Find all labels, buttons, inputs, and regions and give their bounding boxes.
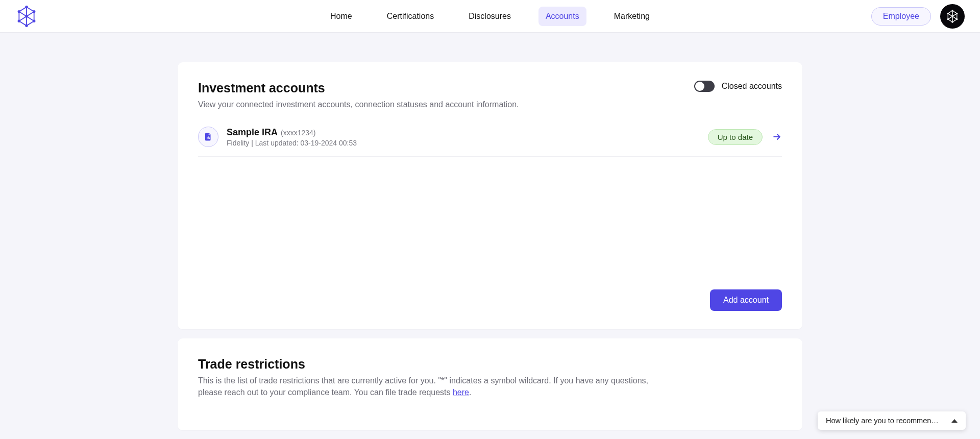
app-logo[interactable] xyxy=(15,5,38,28)
feedback-widget[interactable]: How likely are you to recommen… xyxy=(818,411,966,430)
closed-accounts-toggle[interactable] xyxy=(694,81,715,92)
investment-accounts-card: Investment accounts View your connected … xyxy=(178,62,802,329)
investment-accounts-subtitle: View your connected investment accounts,… xyxy=(198,99,519,110)
svg-point-6 xyxy=(25,15,28,18)
trade-restrictions-title: Trade restrictions xyxy=(198,357,782,372)
svg-point-1 xyxy=(33,10,36,13)
account-row: Sample IRA (xxxx1234) Fidelity | Last up… xyxy=(198,119,782,157)
page-body: Investment accounts View your connected … xyxy=(0,33,980,439)
svg-point-5 xyxy=(18,10,21,13)
trade-restrictions-card: Trade restrictions This is the list of t… xyxy=(178,338,802,430)
svg-point-0 xyxy=(25,5,28,8)
nav-certifications[interactable]: Certifications xyxy=(380,7,441,26)
status-badge: Up to date xyxy=(708,129,763,145)
graph-logo-icon xyxy=(15,5,38,28)
add-account-button[interactable]: Add account xyxy=(710,289,782,311)
avatar-graph-icon xyxy=(945,9,960,24)
open-account-arrow[interactable] xyxy=(772,132,782,142)
arrow-right-icon xyxy=(772,132,782,142)
account-name: Sample IRA xyxy=(227,127,278,138)
caret-up-icon xyxy=(951,419,958,423)
header-right: Employee xyxy=(871,4,965,29)
account-meta: Fidelity | Last updated: 03-19-2024 00:5… xyxy=(227,139,357,147)
document-icon xyxy=(198,127,218,147)
main-nav: Home Certifications Disclosures Accounts… xyxy=(323,0,657,32)
top-navbar: Home Certifications Disclosures Accounts… xyxy=(0,0,980,33)
investment-accounts-title: Investment accounts xyxy=(198,81,519,95)
file-trade-request-link[interactable]: here xyxy=(453,388,469,397)
closed-accounts-toggle-group: Closed accounts xyxy=(694,81,782,92)
svg-point-7 xyxy=(951,10,953,11)
nav-disclosures[interactable]: Disclosures xyxy=(461,7,518,26)
account-masked-number: (xxxx1234) xyxy=(281,129,315,137)
closed-accounts-label: Closed accounts xyxy=(722,82,782,91)
nav-marketing[interactable]: Marketing xyxy=(607,7,657,26)
svg-point-2 xyxy=(33,19,36,22)
svg-point-8 xyxy=(956,12,958,14)
nav-home[interactable]: Home xyxy=(323,7,359,26)
svg-point-13 xyxy=(951,15,953,17)
feedback-prompt: How likely are you to recommen… xyxy=(826,417,944,425)
trade-restrictions-body: This is the list of trade restrictions t… xyxy=(198,375,657,398)
nav-accounts[interactable]: Accounts xyxy=(538,7,586,26)
svg-point-9 xyxy=(956,18,958,20)
svg-point-10 xyxy=(951,21,953,22)
svg-point-4 xyxy=(18,19,21,22)
svg-point-3 xyxy=(25,24,28,27)
svg-point-11 xyxy=(947,18,949,20)
role-switch-button[interactable]: Employee xyxy=(871,7,931,26)
user-avatar[interactable] xyxy=(940,4,965,29)
svg-point-12 xyxy=(947,12,949,14)
